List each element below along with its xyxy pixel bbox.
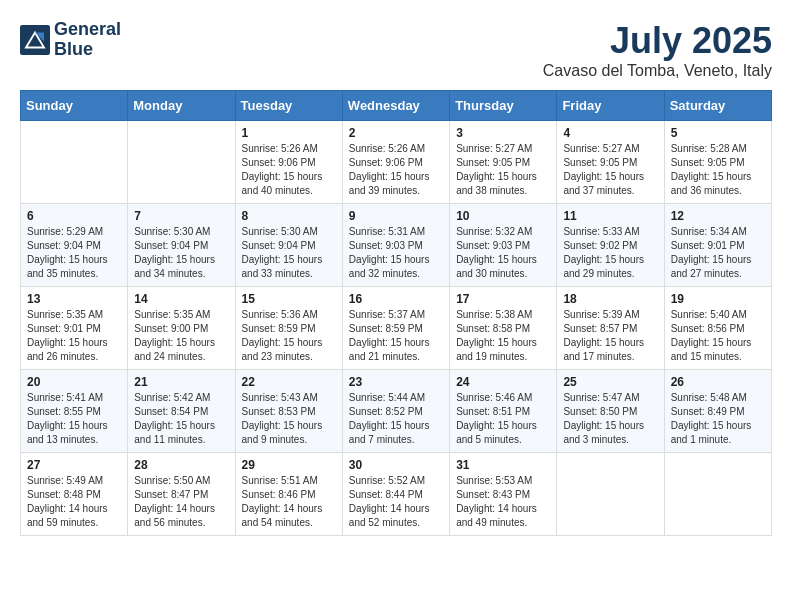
calendar-cell: 14Sunrise: 5:35 AM Sunset: 9:00 PM Dayli… [128, 287, 235, 370]
day-number: 6 [27, 209, 121, 223]
calendar-cell: 17Sunrise: 5:38 AM Sunset: 8:58 PM Dayli… [450, 287, 557, 370]
calendar-cell: 24Sunrise: 5:46 AM Sunset: 8:51 PM Dayli… [450, 370, 557, 453]
calendar-cell: 9Sunrise: 5:31 AM Sunset: 9:03 PM Daylig… [342, 204, 449, 287]
calendar-cell: 7Sunrise: 5:30 AM Sunset: 9:04 PM Daylig… [128, 204, 235, 287]
calendar-cell: 16Sunrise: 5:37 AM Sunset: 8:59 PM Dayli… [342, 287, 449, 370]
calendar-cell: 25Sunrise: 5:47 AM Sunset: 8:50 PM Dayli… [557, 370, 664, 453]
calendar-cell: 1Sunrise: 5:26 AM Sunset: 9:06 PM Daylig… [235, 121, 342, 204]
column-header-friday: Friday [557, 91, 664, 121]
day-number: 12 [671, 209, 765, 223]
day-number: 29 [242, 458, 336, 472]
title-block: July 2025 Cavaso del Tomba, Veneto, Ital… [543, 20, 772, 80]
day-number: 19 [671, 292, 765, 306]
logo-line1: General [54, 20, 121, 40]
logo-icon [20, 25, 50, 55]
calendar-table: SundayMondayTuesdayWednesdayThursdayFrid… [20, 90, 772, 536]
logo-line2: Blue [54, 40, 121, 60]
day-content: Sunrise: 5:52 AM Sunset: 8:44 PM Dayligh… [349, 474, 443, 530]
column-header-monday: Monday [128, 91, 235, 121]
calendar-cell: 27Sunrise: 5:49 AM Sunset: 8:48 PM Dayli… [21, 453, 128, 536]
day-content: Sunrise: 5:53 AM Sunset: 8:43 PM Dayligh… [456, 474, 550, 530]
column-header-wednesday: Wednesday [342, 91, 449, 121]
calendar-cell: 29Sunrise: 5:51 AM Sunset: 8:46 PM Dayli… [235, 453, 342, 536]
day-number: 15 [242, 292, 336, 306]
day-content: Sunrise: 5:49 AM Sunset: 8:48 PM Dayligh… [27, 474, 121, 530]
day-content: Sunrise: 5:36 AM Sunset: 8:59 PM Dayligh… [242, 308, 336, 364]
calendar-cell: 26Sunrise: 5:48 AM Sunset: 8:49 PM Dayli… [664, 370, 771, 453]
calendar-header-row: SundayMondayTuesdayWednesdayThursdayFrid… [21, 91, 772, 121]
day-content: Sunrise: 5:37 AM Sunset: 8:59 PM Dayligh… [349, 308, 443, 364]
day-content: Sunrise: 5:34 AM Sunset: 9:01 PM Dayligh… [671, 225, 765, 281]
calendar-cell [664, 453, 771, 536]
day-content: Sunrise: 5:38 AM Sunset: 8:58 PM Dayligh… [456, 308, 550, 364]
day-number: 8 [242, 209, 336, 223]
day-content: Sunrise: 5:47 AM Sunset: 8:50 PM Dayligh… [563, 391, 657, 447]
calendar-cell: 10Sunrise: 5:32 AM Sunset: 9:03 PM Dayli… [450, 204, 557, 287]
day-content: Sunrise: 5:43 AM Sunset: 8:53 PM Dayligh… [242, 391, 336, 447]
column-header-sunday: Sunday [21, 91, 128, 121]
calendar-cell: 8Sunrise: 5:30 AM Sunset: 9:04 PM Daylig… [235, 204, 342, 287]
calendar-week-row: 13Sunrise: 5:35 AM Sunset: 9:01 PM Dayli… [21, 287, 772, 370]
day-content: Sunrise: 5:46 AM Sunset: 8:51 PM Dayligh… [456, 391, 550, 447]
calendar-cell: 5Sunrise: 5:28 AM Sunset: 9:05 PM Daylig… [664, 121, 771, 204]
day-number: 20 [27, 375, 121, 389]
day-number: 21 [134, 375, 228, 389]
calendar-cell: 22Sunrise: 5:43 AM Sunset: 8:53 PM Dayli… [235, 370, 342, 453]
day-content: Sunrise: 5:29 AM Sunset: 9:04 PM Dayligh… [27, 225, 121, 281]
calendar-week-row: 6Sunrise: 5:29 AM Sunset: 9:04 PM Daylig… [21, 204, 772, 287]
calendar-cell: 15Sunrise: 5:36 AM Sunset: 8:59 PM Dayli… [235, 287, 342, 370]
day-number: 11 [563, 209, 657, 223]
day-number: 1 [242, 126, 336, 140]
day-content: Sunrise: 5:50 AM Sunset: 8:47 PM Dayligh… [134, 474, 228, 530]
day-number: 31 [456, 458, 550, 472]
day-number: 24 [456, 375, 550, 389]
day-content: Sunrise: 5:31 AM Sunset: 9:03 PM Dayligh… [349, 225, 443, 281]
logo: General Blue [20, 20, 121, 60]
day-number: 23 [349, 375, 443, 389]
month-title: July 2025 [543, 20, 772, 62]
day-content: Sunrise: 5:28 AM Sunset: 9:05 PM Dayligh… [671, 142, 765, 198]
day-content: Sunrise: 5:27 AM Sunset: 9:05 PM Dayligh… [456, 142, 550, 198]
day-content: Sunrise: 5:26 AM Sunset: 9:06 PM Dayligh… [349, 142, 443, 198]
day-number: 9 [349, 209, 443, 223]
logo-text: General Blue [54, 20, 121, 60]
calendar-cell: 12Sunrise: 5:34 AM Sunset: 9:01 PM Dayli… [664, 204, 771, 287]
calendar-cell: 30Sunrise: 5:52 AM Sunset: 8:44 PM Dayli… [342, 453, 449, 536]
day-number: 18 [563, 292, 657, 306]
day-number: 4 [563, 126, 657, 140]
column-header-saturday: Saturday [664, 91, 771, 121]
page-header: General Blue July 2025 Cavaso del Tomba,… [20, 20, 772, 80]
day-content: Sunrise: 5:42 AM Sunset: 8:54 PM Dayligh… [134, 391, 228, 447]
column-header-thursday: Thursday [450, 91, 557, 121]
calendar-cell [128, 121, 235, 204]
day-content: Sunrise: 5:35 AM Sunset: 9:01 PM Dayligh… [27, 308, 121, 364]
calendar-cell: 13Sunrise: 5:35 AM Sunset: 9:01 PM Dayli… [21, 287, 128, 370]
calendar-cell [21, 121, 128, 204]
location-title: Cavaso del Tomba, Veneto, Italy [543, 62, 772, 80]
day-content: Sunrise: 5:44 AM Sunset: 8:52 PM Dayligh… [349, 391, 443, 447]
day-content: Sunrise: 5:30 AM Sunset: 9:04 PM Dayligh… [242, 225, 336, 281]
day-content: Sunrise: 5:41 AM Sunset: 8:55 PM Dayligh… [27, 391, 121, 447]
day-content: Sunrise: 5:30 AM Sunset: 9:04 PM Dayligh… [134, 225, 228, 281]
calendar-cell: 2Sunrise: 5:26 AM Sunset: 9:06 PM Daylig… [342, 121, 449, 204]
day-content: Sunrise: 5:39 AM Sunset: 8:57 PM Dayligh… [563, 308, 657, 364]
calendar-cell: 28Sunrise: 5:50 AM Sunset: 8:47 PM Dayli… [128, 453, 235, 536]
calendar-cell: 21Sunrise: 5:42 AM Sunset: 8:54 PM Dayli… [128, 370, 235, 453]
day-number: 27 [27, 458, 121, 472]
day-number: 26 [671, 375, 765, 389]
day-number: 7 [134, 209, 228, 223]
calendar-cell: 11Sunrise: 5:33 AM Sunset: 9:02 PM Dayli… [557, 204, 664, 287]
day-number: 25 [563, 375, 657, 389]
day-content: Sunrise: 5:33 AM Sunset: 9:02 PM Dayligh… [563, 225, 657, 281]
day-number: 14 [134, 292, 228, 306]
day-number: 3 [456, 126, 550, 140]
calendar-cell: 20Sunrise: 5:41 AM Sunset: 8:55 PM Dayli… [21, 370, 128, 453]
calendar-cell: 3Sunrise: 5:27 AM Sunset: 9:05 PM Daylig… [450, 121, 557, 204]
svg-rect-0 [20, 25, 50, 55]
calendar-cell [557, 453, 664, 536]
day-number: 17 [456, 292, 550, 306]
day-number: 10 [456, 209, 550, 223]
day-content: Sunrise: 5:27 AM Sunset: 9:05 PM Dayligh… [563, 142, 657, 198]
day-content: Sunrise: 5:40 AM Sunset: 8:56 PM Dayligh… [671, 308, 765, 364]
calendar-cell: 31Sunrise: 5:53 AM Sunset: 8:43 PM Dayli… [450, 453, 557, 536]
